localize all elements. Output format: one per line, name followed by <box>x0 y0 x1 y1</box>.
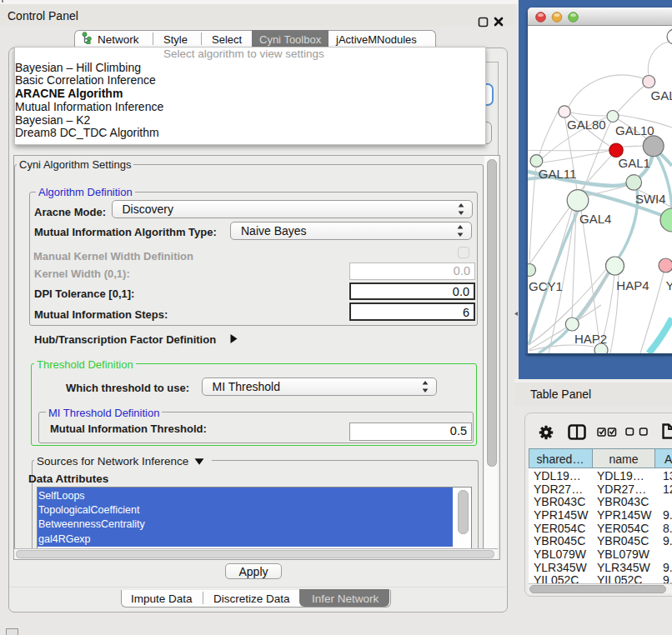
svg-text:SWI4: SWI4 <box>635 192 666 206</box>
svg-text:HAP2: HAP2 <box>574 332 607 346</box>
svg-text:GAL80: GAL80 <box>567 118 606 132</box>
svg-text:GAL11: GAL11 <box>539 167 577 181</box>
svg-text:GCY1: GCY1 <box>529 279 563 293</box>
svg-text:GAL1: GAL1 <box>619 156 650 170</box>
svg-text:Y: Y <box>665 278 672 292</box>
svg-text:GAL10: GAL10 <box>615 123 654 138</box>
svg-text:GAL7: GAL7 <box>651 88 672 102</box>
svg-text:GAL4: GAL4 <box>579 212 611 226</box>
svg-text:HAP4: HAP4 <box>616 278 649 292</box>
